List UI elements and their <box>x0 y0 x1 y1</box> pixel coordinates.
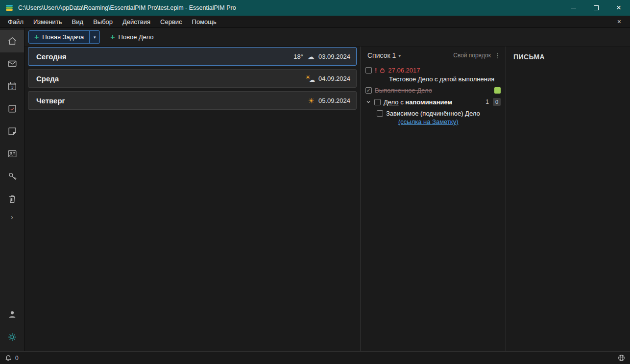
task-title-bold-part: напоминанием <box>405 98 452 106</box>
task-title[interactable]: Выполненное Дело <box>375 87 432 94</box>
task-title[interactable]: Зависимое (подчинённое) Дело <box>386 110 480 117</box>
subtask-count: 1 <box>485 98 489 105</box>
task-row[interactable]: ! 27.06.2017 Тестовое Дело с датой выпол… <box>364 65 502 85</box>
due-date: 27.06.2017 <box>388 67 420 74</box>
home-icon <box>7 36 18 47</box>
day-date: 04.09.2024 <box>318 75 350 82</box>
menubar: Файл Изменить Вид Выбор Действия Сервис … <box>0 16 630 28</box>
new-task-label: Новая Задача <box>42 33 84 41</box>
menu-actions[interactable]: Действия <box>118 16 155 27</box>
minimize-icon <box>571 8 576 8</box>
globe-icon <box>618 354 625 362</box>
sidebar-item-calendar[interactable]: 3 <box>0 75 24 97</box>
task-list-panel: Список 1 ▾ Свой порядок ⋮ ! <box>361 47 506 351</box>
menu-edit[interactable]: Изменить <box>28 16 67 27</box>
new-task-button[interactable]: + Новая Задача <box>29 31 89 43</box>
new-task-dropdown-button[interactable]: ▾ <box>89 31 99 43</box>
list-selector[interactable]: Список 1 <box>367 51 396 59</box>
task-checkbox[interactable] <box>374 99 381 105</box>
menu-select[interactable]: Выбор <box>88 16 118 27</box>
network-indicator[interactable] <box>618 354 625 362</box>
menu-help[interactable]: Помощь <box>187 16 221 27</box>
priority-marker: ! <box>375 67 377 74</box>
notifications-indicator[interactable]: 0 <box>5 355 19 362</box>
plus-icon: + <box>110 33 115 41</box>
new-item-button[interactable]: + Новое Дело <box>105 30 159 44</box>
sidebar-item-tasks[interactable] <box>0 97 24 120</box>
mail-panel-title: ПИСЬМА <box>513 53 623 61</box>
sidebar-item-mail[interactable] <box>0 52 24 75</box>
mail-panel: ПИСЬМА <box>506 47 630 351</box>
sidebar: 3 <box>0 28 24 351</box>
menu-file[interactable]: Файл <box>3 16 28 27</box>
user-icon <box>7 309 18 320</box>
trash-icon <box>7 194 18 204</box>
day-label: Сегодня <box>36 52 67 61</box>
plus-icon: + <box>34 33 39 41</box>
sidebar-expand-chevron-icon[interactable]: › <box>0 210 24 223</box>
maximize-icon <box>594 5 599 10</box>
app-body: 3 <box>0 28 630 351</box>
sidebar-item-settings[interactable] <box>0 326 24 348</box>
temperature: 18° <box>293 53 303 60</box>
reminder-badge: 0 <box>493 98 501 106</box>
sidebar-item-trash[interactable] <box>0 188 24 210</box>
app-window: C:\Users\User\AppData\Roaming\EssentialP… <box>0 0 630 364</box>
chevron-down-icon: ▾ <box>94 35 96 40</box>
menubar-close-icon[interactable]: × <box>611 18 627 25</box>
app-logo-icon <box>5 3 14 12</box>
day-meta: ☀ 05.09.2024 <box>308 97 350 104</box>
kebab-menu-icon[interactable]: ⋮ <box>494 52 501 59</box>
task-row-child[interactable]: Зависимое (подчинённое) Дело (ссылка на … <box>364 108 502 128</box>
tasks-icon <box>7 103 18 114</box>
day-label: Среда <box>36 74 59 83</box>
new-item-label: Новое Дело <box>119 33 154 41</box>
day-meta: ☀ ☁ 04.09.2024 <box>305 74 350 83</box>
color-tag <box>494 87 501 94</box>
key-icon <box>7 171 18 182</box>
menu-view[interactable]: Вид <box>67 16 89 27</box>
day-card-thursday[interactable]: Четверг ☀ 05.09.2024 <box>28 91 357 110</box>
chevron-down-icon[interactable]: ▾ <box>398 53 401 58</box>
day-card-today[interactable]: Сегодня 18° ☁ 03.09.2024 <box>28 47 357 66</box>
sun-icon: ☀ <box>308 97 314 104</box>
task-title-mid: с <box>399 98 406 106</box>
task-checkbox[interactable] <box>365 67 372 73</box>
lock-icon <box>380 68 385 73</box>
sun-behind-cloud-icon: ☀ ☁ <box>305 74 315 83</box>
maximize-button[interactable] <box>585 0 607 16</box>
close-button[interactable]: × <box>607 0 630 16</box>
task-list-header: Список 1 ▾ Свой порядок ⋮ <box>364 51 502 65</box>
cloud-icon: ☁ <box>309 76 315 83</box>
main-area: + Новая Задача ▾ + Новое Дело Се <box>24 28 630 351</box>
task-title[interactable]: Тестовое Дело с датой выполнения <box>389 75 494 83</box>
mail-icon <box>7 58 18 69</box>
task-checkbox-checked[interactable]: ✓ <box>365 87 372 94</box>
statusbar: 0 <box>0 351 630 364</box>
new-task-split-button: + Новая Задача ▾ <box>28 30 100 44</box>
sort-order-control[interactable]: Свой порядок ⋮ <box>453 52 501 59</box>
task-row[interactable]: Дело с напоминанием 1 0 <box>364 97 502 108</box>
day-meta: 18° ☁ 03.09.2024 <box>293 53 350 60</box>
window-controls: × <box>562 0 630 16</box>
sidebar-item-passwords[interactable] <box>0 165 24 188</box>
sidebar-item-contacts[interactable] <box>0 143 24 165</box>
minimize-button[interactable] <box>562 0 585 16</box>
task-checkbox[interactable] <box>377 110 383 117</box>
gear-icon <box>7 332 18 342</box>
menu-tools[interactable]: Сервис <box>155 16 187 27</box>
task-title[interactable]: Дело с напоминанием <box>384 98 452 106</box>
titlebar: C:\Users\User\AppData\Roaming\EssentialP… <box>0 0 630 16</box>
sidebar-item-user[interactable] <box>0 303 24 326</box>
calendar-icon: 3 <box>7 81 18 92</box>
task-title-link-part[interactable]: Дело <box>384 98 399 106</box>
note-link[interactable]: (ссылка на Заметку) <box>398 118 459 125</box>
sidebar-item-notes[interactable] <box>0 120 24 143</box>
task-row[interactable]: ✓ Выполненное Дело <box>364 85 502 97</box>
expand-collapse-icon[interactable] <box>365 99 371 104</box>
day-card-wednesday[interactable]: Среда ☀ ☁ 04.09.2024 <box>28 69 357 88</box>
sidebar-item-today[interactable] <box>0 30 24 52</box>
contacts-icon <box>7 148 18 159</box>
content-area: Сегодня 18° ☁ 03.09.2024 Среда ☀ ☁ <box>24 47 630 351</box>
sort-order-label: Свой порядок <box>453 52 491 59</box>
